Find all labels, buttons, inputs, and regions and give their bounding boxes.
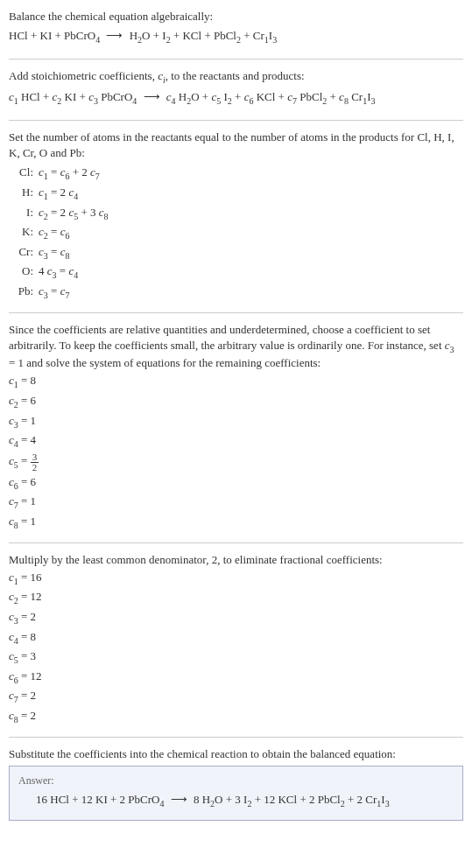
- atom-label: K:: [9, 224, 39, 242]
- coeff-value: c2 = 6: [9, 393, 463, 411]
- atom-label: Cr:: [9, 244, 39, 262]
- unbalanced-equation: HCl + KI + PbCrO4 ⟶ H2O + I2 + KCl + PbC…: [9, 28, 463, 46]
- atom-row: I:c2 = 2 c5 + 3 c8: [9, 205, 463, 223]
- atom-label: Pb:: [9, 284, 39, 302]
- eq-lhs: HCl + KI + PbCrO4: [9, 29, 100, 42]
- coeff-value: c3 = 1: [9, 413, 463, 431]
- coeff-value: c1 = 8: [9, 373, 463, 391]
- section-answer: Substitute the coefficients into the che…: [9, 746, 463, 822]
- coeff-value: c7 = 2: [9, 688, 463, 706]
- atom-eq: c3 = c7: [39, 284, 69, 302]
- coeff-value: c7 = 1: [9, 494, 463, 512]
- coeff-value: c3 = 2: [9, 609, 463, 627]
- arrow-icon: ⟶: [167, 793, 191, 806]
- coeff-value: c8 = 2: [9, 708, 463, 726]
- intro-text: Balance the chemical equation algebraica…: [9, 9, 463, 24]
- coeff-value: c2 = 12: [9, 589, 463, 607]
- ci-symbol: ci: [158, 69, 166, 82]
- coefficient-list: c1 = 8 c2 = 6 c3 = 1 c4 = 4 c5 = 32 c6 =…: [9, 373, 463, 531]
- coeff-value: c8 = 1: [9, 514, 463, 532]
- coeff-value: c5 = 3: [9, 648, 463, 667]
- intro-text: Set the number of atoms in the reactants…: [9, 130, 463, 161]
- coeff-value: c1 = 16: [9, 570, 463, 588]
- coeff-value: c5 = 32: [9, 452, 463, 472]
- coeff-value: c6 = 12: [9, 668, 463, 687]
- coefficient-list: c1 = 16 c2 = 12 c3 = 2 c4 = 8 c5 = 3 c6 …: [9, 570, 463, 726]
- arrow-icon: ⟶: [140, 90, 164, 103]
- atom-eq: 4 c3 = c4: [39, 263, 78, 282]
- intro-text: Substitute the coefficients into the che…: [9, 746, 463, 762]
- section-solve-arbitrary: Since the coefficients are relative quan…: [9, 322, 463, 543]
- atom-row: Pb:c3 = c7: [9, 284, 463, 302]
- atom-eq: c2 = 2 c5 + 3 c8: [39, 205, 109, 223]
- atom-label: Cl:: [9, 164, 39, 183]
- intro-text: Multiply by the least common denominator…: [9, 552, 463, 568]
- section-add-coefficients: Add stoichiometric coefficients, ci, to …: [9, 68, 463, 121]
- atom-label: O:: [9, 263, 39, 282]
- eq-rhs: H2O + I2 + KCl + PbCl2 + Cr1I3: [130, 29, 278, 42]
- balanced-equation: 16 HCl + 12 KI + 2 PbCrO4 ⟶ 8 H2O + 3 I2…: [18, 792, 454, 810]
- intro-text: Add stoichiometric coefficients, ci, to …: [9, 68, 463, 87]
- section-atom-equations: Set the number of atoms in the reactants…: [9, 130, 463, 313]
- atom-row: O:4 c3 = c4: [9, 263, 463, 282]
- atom-label: I:: [9, 205, 39, 223]
- section-balance-intro: Balance the chemical equation algebraica…: [9, 9, 463, 60]
- atom-equations-table: Cl:c1 = c6 + 2 c7 H:c1 = 2 c4 I:c2 = 2 c…: [9, 164, 463, 301]
- atom-row: H:c1 = 2 c4: [9, 185, 463, 203]
- atom-eq: c3 = c8: [39, 244, 69, 262]
- coefficient-equation: c1 HCl + c2 KI + c3 PbCrO4 ⟶ c4 H2O + c5…: [9, 89, 463, 108]
- atom-eq: c1 = 2 c4: [39, 185, 78, 203]
- coeff-value: c6 = 6: [9, 474, 463, 493]
- answer-label: Answer:: [18, 774, 454, 788]
- arrow-icon: ⟶: [102, 29, 126, 42]
- atom-row: Cl:c1 = c6 + 2 c7: [9, 164, 463, 183]
- section-multiply-lcd: Multiply by the least common denominator…: [9, 552, 463, 738]
- atom-row: K:c2 = c6: [9, 224, 463, 242]
- atom-eq: c1 = c6 + 2 c7: [39, 164, 100, 183]
- coeff-value: c4 = 8: [9, 629, 463, 648]
- coeff-value: c4 = 4: [9, 432, 463, 451]
- atom-row: Cr:c3 = c8: [9, 244, 463, 262]
- atom-eq: c2 = c6: [39, 224, 69, 242]
- atom-label: H:: [9, 185, 39, 203]
- intro-text: Since the coefficients are relative quan…: [9, 322, 463, 372]
- answer-box: Answer: 16 HCl + 12 KI + 2 PbCrO4 ⟶ 8 H2…: [9, 766, 463, 821]
